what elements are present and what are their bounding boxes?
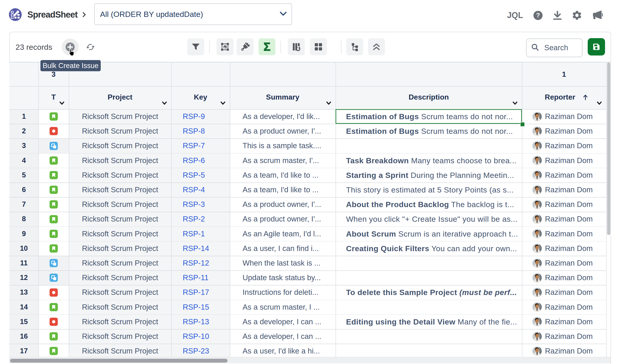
svg-text:?: ? bbox=[536, 12, 540, 19]
